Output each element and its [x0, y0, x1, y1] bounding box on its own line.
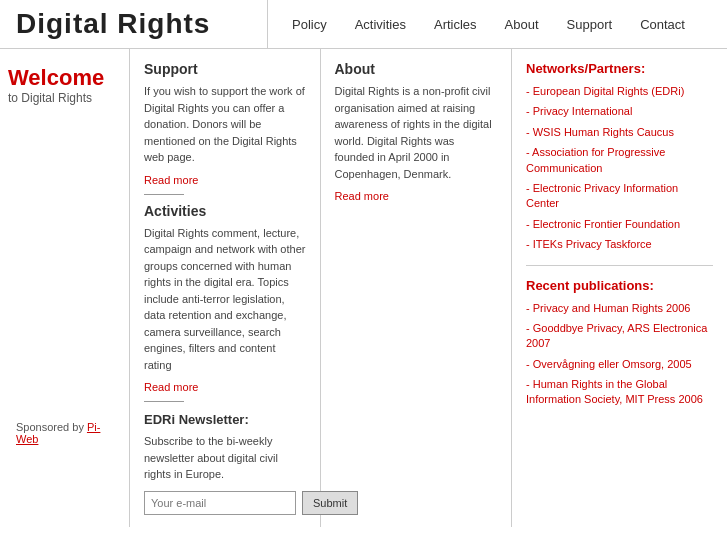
- activities-title: Activities: [144, 203, 306, 219]
- right-sidebar: Networks/Partners: - European Digital Ri…: [512, 49, 727, 527]
- about-body: Digital Rights is a non-profit civil org…: [335, 83, 498, 182]
- left-sidebar: Welcome to Digital Rights Sponsored by P…: [0, 49, 130, 527]
- network-link-1[interactable]: - Privacy International: [526, 104, 713, 119]
- nav-support[interactable]: Support: [553, 6, 627, 43]
- left-sidebar-inner: Welcome to Digital Rights Sponsored by P…: [8, 65, 121, 465]
- network-link-0[interactable]: - European Digital Rights (EDRi): [526, 84, 713, 99]
- activities-body: Digital Rights comment, lecture, campaig…: [144, 225, 306, 374]
- networks-title: Networks/Partners:: [526, 61, 713, 76]
- newsletter-form: Submit: [144, 491, 306, 515]
- header: Digital Rights Policy Activities Article…: [0, 0, 727, 49]
- pub-link-0[interactable]: - Privacy and Human Rights 2006: [526, 301, 713, 316]
- newsletter-title: EDRi Newsletter:: [144, 412, 306, 427]
- about-title: About: [335, 61, 498, 77]
- site-title-box: Digital Rights: [0, 0, 268, 48]
- divider-2: [144, 401, 184, 402]
- nav-policy[interactable]: Policy: [278, 6, 341, 43]
- network-link-6[interactable]: - ITEKs Privacy Taskforce: [526, 237, 713, 252]
- main-nav: Policy Activities Articles About Support…: [268, 6, 699, 43]
- network-link-4[interactable]: - Electronic Privacy Information Center: [526, 181, 713, 212]
- support-section: Support If you wish to support the work …: [144, 61, 306, 186]
- divider-1: [144, 194, 184, 195]
- newsletter-section: EDRi Newsletter: Subscribe to the bi-wee…: [144, 412, 306, 515]
- nav-contact[interactable]: Contact: [626, 6, 699, 43]
- about-read-more[interactable]: Read more: [335, 190, 498, 202]
- publications-title: Recent publications:: [526, 278, 713, 293]
- network-link-2[interactable]: - WSIS Human Rights Caucus: [526, 125, 713, 140]
- col-right: About Digital Rights is a non-profit civ…: [321, 49, 512, 527]
- support-body: If you wish to support the work of Digit…: [144, 83, 306, 166]
- welcome-sub: to Digital Rights: [8, 91, 121, 105]
- nav-about[interactable]: About: [491, 6, 553, 43]
- nav-activities[interactable]: Activities: [341, 6, 420, 43]
- activities-read-more[interactable]: Read more: [144, 381, 306, 393]
- main-content: Support If you wish to support the work …: [130, 49, 512, 527]
- sponsored-text: Sponsored by Pi-Web: [16, 421, 121, 445]
- support-title: Support: [144, 61, 306, 77]
- col-left: Support If you wish to support the work …: [130, 49, 321, 527]
- content: Welcome to Digital Rights Sponsored by P…: [0, 49, 727, 527]
- network-link-3[interactable]: - Association for Progressive Communicat…: [526, 145, 713, 176]
- pub-link-3[interactable]: - Human Rights in the Global Information…: [526, 377, 713, 408]
- about-section: About Digital Rights is a non-profit civ…: [335, 61, 498, 202]
- welcome-title: Welcome: [8, 65, 121, 91]
- nav-articles[interactable]: Articles: [420, 6, 491, 43]
- sidebar-divider: [526, 265, 713, 266]
- sponsored-label: Sponsored by: [16, 421, 84, 433]
- pub-link-1[interactable]: - Gooddbye Privacy, ARS Electronica 2007: [526, 321, 713, 352]
- site-title: Digital Rights: [16, 8, 210, 39]
- pub-link-2[interactable]: - Overvågning eller Omsorg, 2005: [526, 357, 713, 372]
- email-input[interactable]: [144, 491, 296, 515]
- network-link-5[interactable]: - Electronic Frontier Foundation: [526, 217, 713, 232]
- activities-section: Activities Digital Rights comment, lectu…: [144, 203, 306, 394]
- support-read-more[interactable]: Read more: [144, 174, 306, 186]
- newsletter-body: Subscribe to the bi-weekly newsletter ab…: [144, 433, 306, 483]
